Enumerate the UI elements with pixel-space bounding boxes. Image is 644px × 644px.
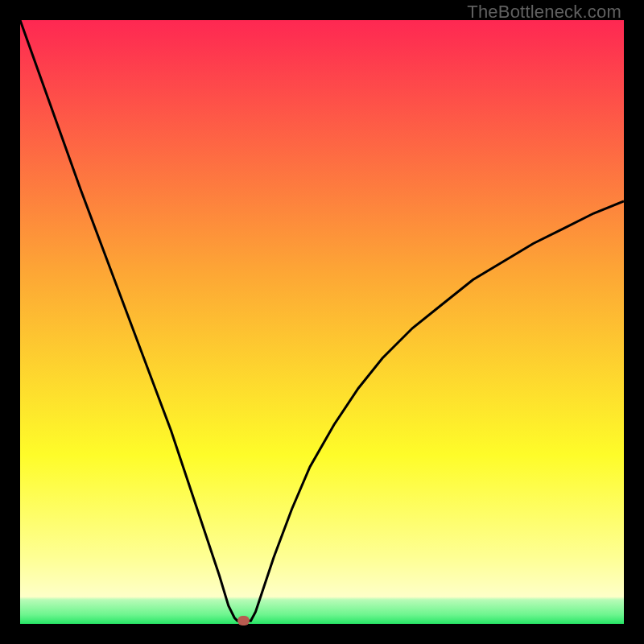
chart-frame: TheBottleneck.com (0, 0, 644, 644)
data-marker (237, 616, 250, 625)
plot-area (20, 20, 624, 624)
gradient-background (20, 20, 624, 624)
